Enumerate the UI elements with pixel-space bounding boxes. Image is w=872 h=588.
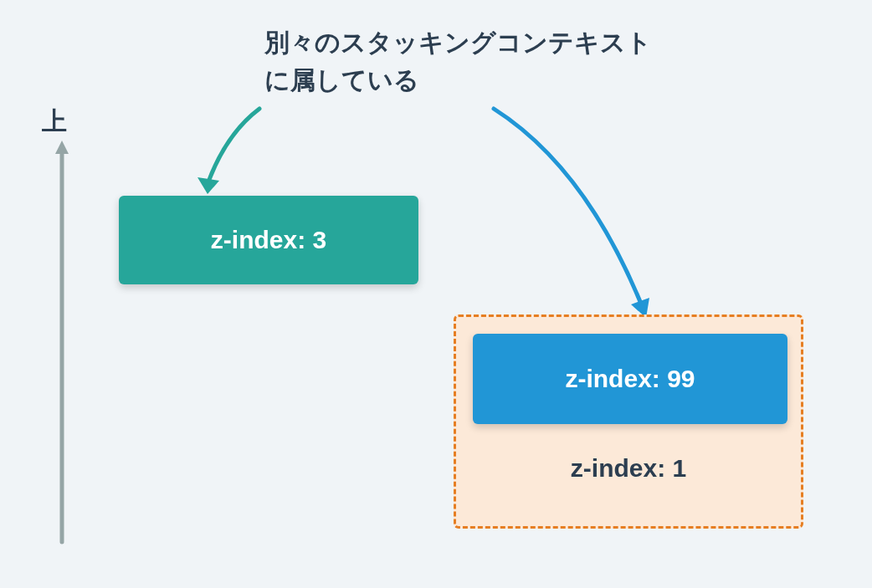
vertical-axis-arrow-icon xyxy=(54,141,70,550)
container-zindex-label: z-index: 1 xyxy=(473,454,784,483)
stacking-context-container: z-index: 99 z-index: 1 xyxy=(454,314,803,529)
blue-zindex-box: z-index: 99 xyxy=(473,334,787,424)
svg-marker-2 xyxy=(55,141,69,154)
axis-label-top: 上 xyxy=(42,105,67,139)
arrow-to-blue-icon xyxy=(477,100,678,326)
blue-box-label: z-index: 99 xyxy=(565,365,695,393)
caption-line1: 別々のスタッキングコンテキスト xyxy=(264,28,652,56)
diagram-caption: 別々のスタッキングコンテキスト に属している xyxy=(264,23,652,99)
caption-line2: に属している xyxy=(264,66,419,94)
arrow-to-green-icon xyxy=(184,100,285,201)
svg-marker-3 xyxy=(197,177,219,194)
green-box-label: z-index: 3 xyxy=(211,226,326,254)
green-zindex-box: z-index: 3 xyxy=(119,196,418,284)
